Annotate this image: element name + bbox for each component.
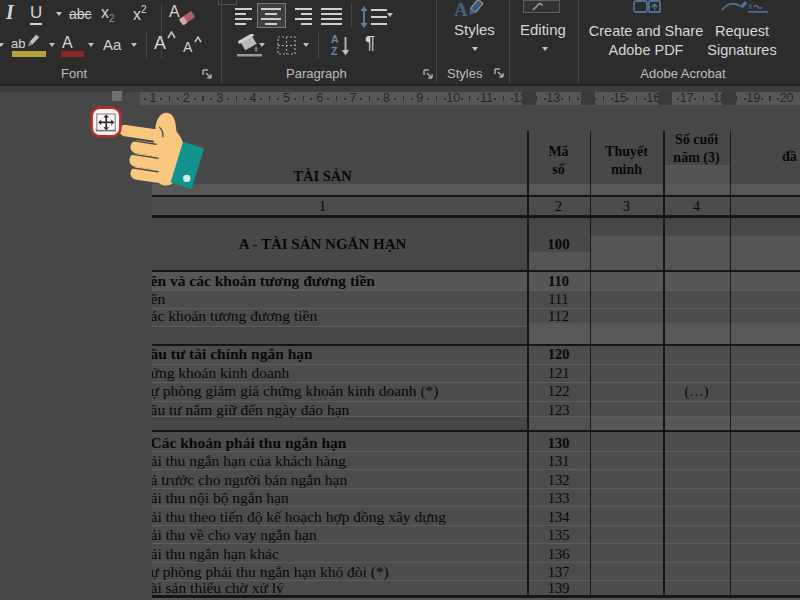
svg-text:A: A — [454, 0, 468, 20]
svg-text:x: x — [748, 1, 753, 11]
svg-text:Z: Z — [331, 45, 338, 57]
svg-text:A: A — [331, 33, 339, 45]
